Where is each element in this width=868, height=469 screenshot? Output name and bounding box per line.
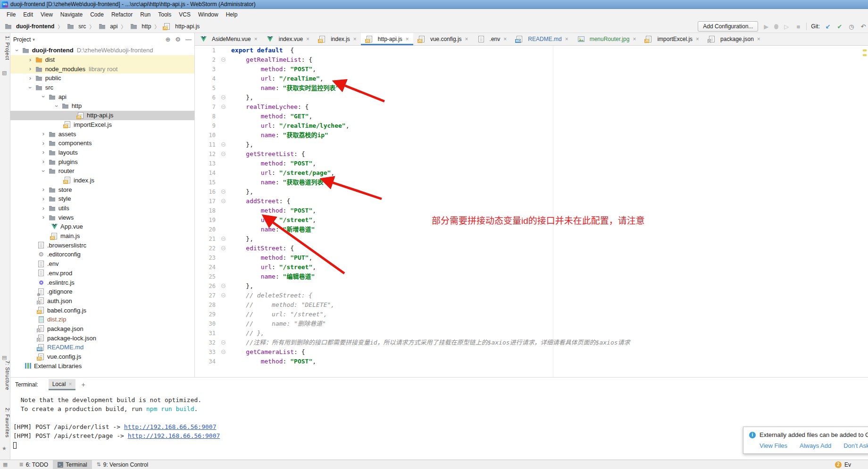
chevron-expanded-icon[interactable]: › — [54, 103, 59, 109]
breadcrumb-item[interactable]: http — [129, 23, 151, 30]
tree-row[interactable]: JSbabel.config.js — [10, 305, 194, 315]
statusbar-todo[interactable]: ≣ 6: TODO — [14, 460, 53, 469]
chevron-collapsed-icon[interactable]: › — [41, 196, 46, 202]
favorites-star-icon[interactable]: ★ — [2, 445, 7, 452]
close-icon[interactable]: × — [565, 36, 568, 42]
run-icon[interactable]: ▶ — [762, 23, 770, 30]
tree-row[interactable]: ⚙.editorconfig — [10, 250, 194, 259]
code-editor[interactable]: 1export default {2 getRealTimeList: {3 m… — [195, 46, 868, 377]
close-icon[interactable]: × — [633, 36, 636, 42]
fold-marker-icon[interactable] — [221, 142, 225, 147]
breadcrumb-item[interactable]: duoji-frontend — [4, 23, 54, 30]
terminal-prompt-line[interactable] — [13, 440, 868, 449]
structure-toolwindow-icon[interactable]: ▤ — [2, 354, 7, 361]
fold-marker-icon[interactable] — [221, 95, 225, 99]
tree-row[interactable]: {}package.json — [10, 324, 194, 334]
tree-row[interactable]: › layouts — [10, 148, 194, 157]
tree-row[interactable]: › duoji-frontendD:\zheheWeb\duoji-fronte… — [10, 46, 194, 55]
inspection-mark[interactable] — [863, 49, 867, 51]
notification-action-always-add[interactable]: Always Add — [800, 442, 831, 449]
tree-row[interactable]: .env — [10, 259, 194, 269]
breadcrumb-item[interactable]: src — [66, 23, 86, 30]
close-icon[interactable]: × — [254, 36, 258, 42]
tree-row[interactable]: JSindex.js — [10, 176, 194, 185]
tree-row[interactable]: › http — [10, 101, 194, 111]
stop-icon[interactable]: ■ — [794, 23, 802, 30]
close-icon[interactable]: × — [68, 381, 72, 387]
statusbar-version-control[interactable]: ⇅ 9: Version Control — [92, 460, 153, 469]
editor-tab-importexcel-js[interactable]: JSimportExcel.js× — [640, 33, 703, 45]
editor-tab--env[interactable]: .env× — [473, 33, 511, 45]
history-icon[interactable]: ◷ — [848, 23, 855, 30]
editor-tab-readme-md[interactable]: MDREADME.md× — [511, 33, 572, 45]
chevron-expanded-icon[interactable]: › — [41, 94, 46, 99]
tree-row[interactable]: › src — [10, 83, 194, 92]
tree-row[interactable]: › node_moduleslibrary root — [10, 64, 194, 74]
menu-item-refactor[interactable]: Refactor — [108, 10, 136, 19]
tree-row[interactable]: JShttp-api.js — [10, 111, 194, 120]
chevron-expanded-icon[interactable]: › — [27, 85, 33, 91]
statusbar-terminal[interactable]: >_ Terminal — [53, 460, 92, 469]
menu-item-file[interactable]: File — [3, 10, 19, 19]
debug-icon[interactable] — [774, 24, 778, 29]
fold-marker-icon[interactable] — [221, 284, 225, 288]
tree-row[interactable]: › style — [10, 194, 194, 204]
editor-tab-package-json[interactable]: {}package.json× — [703, 33, 765, 45]
terminal-output[interactable]: Note that the development build is not o… — [10, 392, 868, 449]
new-terminal-button[interactable]: + — [81, 381, 85, 388]
tree-row[interactable]: › public — [10, 74, 194, 83]
update-project-icon[interactable]: ↙ — [824, 23, 832, 30]
hide-panel-icon[interactable]: — — [185, 36, 192, 43]
fold-marker-icon[interactable] — [221, 105, 225, 109]
tree-row[interactable]: .eslintrc.js — [10, 278, 194, 287]
tool-window-button-favorites[interactable]: 2: Favorites — [0, 408, 10, 437]
chevron-collapsed-icon[interactable]: › — [27, 75, 33, 81]
commit-icon[interactable]: ✔ — [836, 23, 843, 30]
fold-marker-icon[interactable] — [221, 199, 225, 203]
chevron-expanded-icon[interactable]: › — [41, 168, 46, 174]
settings-gear-icon[interactable]: ⚙ — [175, 36, 181, 43]
editor-tab-index-vue[interactable]: index.vue× — [262, 33, 314, 45]
tree-row[interactable]: › dist — [10, 55, 194, 65]
menu-item-navigate[interactable]: Navigate — [57, 10, 86, 19]
fold-marker-icon[interactable] — [221, 293, 225, 297]
run-coverage-icon[interactable]: ▷ — [783, 23, 790, 30]
breadcrumb-item[interactable]: api — [98, 23, 117, 30]
tree-row[interactable]: › plugins — [10, 157, 194, 166]
tree-row[interactable]: App.vue — [10, 222, 194, 231]
event-count-badge[interactable]: 2 — [835, 461, 842, 468]
event-log-label[interactable]: Ev — [844, 461, 851, 468]
breadcrumb-item[interactable]: JShttp-api.js — [163, 23, 200, 30]
tree-row[interactable]: dist.zip — [10, 315, 194, 324]
menu-item-run[interactable]: Run — [136, 10, 154, 19]
close-icon[interactable]: × — [406, 36, 409, 42]
chevron-collapsed-icon[interactable]: › — [27, 57, 33, 63]
chevron-collapsed-icon[interactable]: › — [41, 140, 46, 146]
menu-item-window[interactable]: Window — [194, 10, 222, 19]
notification-action-don-t-ask-agai[interactable]: Don't Ask Agai — [843, 442, 868, 449]
fold-marker-icon[interactable] — [221, 189, 225, 194]
tree-row[interactable]: › components — [10, 139, 194, 148]
terminal-link[interactable]: http://192.168.66.56:9007 — [124, 423, 217, 430]
project-panel-title[interactable]: Project — [13, 36, 31, 43]
chevron-collapsed-icon[interactable]: › — [41, 206, 46, 211]
menu-item-vcs[interactable]: VCS — [175, 10, 194, 19]
chevron-collapsed-icon[interactable]: › — [41, 149, 46, 155]
chevron-collapsed-icon[interactable]: › — [41, 159, 46, 165]
tree-row[interactable]: › views — [10, 213, 194, 222]
terminal-tab-local[interactable]: Local × — [49, 379, 76, 390]
close-icon[interactable]: × — [503, 36, 507, 42]
editor-tab-vue-config-js[interactable]: JSvue.config.js× — [413, 33, 473, 45]
editor-tab-menurouter-jpg[interactable]: menuRouter.jpg× — [573, 33, 641, 45]
close-icon[interactable]: × — [353, 36, 357, 42]
menu-item-view[interactable]: View — [37, 10, 57, 19]
fold-marker-icon[interactable] — [221, 246, 225, 250]
close-icon[interactable]: × — [757, 36, 760, 42]
fold-marker-icon[interactable] — [221, 340, 225, 345]
tree-row[interactable]: {}auth.json — [10, 296, 194, 306]
close-icon[interactable]: × — [306, 36, 309, 42]
terminal-link[interactable]: http://192.168.66.56:9007 — [128, 432, 220, 439]
menu-item-code[interactable]: Code — [86, 10, 108, 19]
tree-row[interactable]: .browserslistrc — [10, 240, 194, 250]
chevron-collapsed-icon[interactable]: › — [41, 131, 46, 137]
